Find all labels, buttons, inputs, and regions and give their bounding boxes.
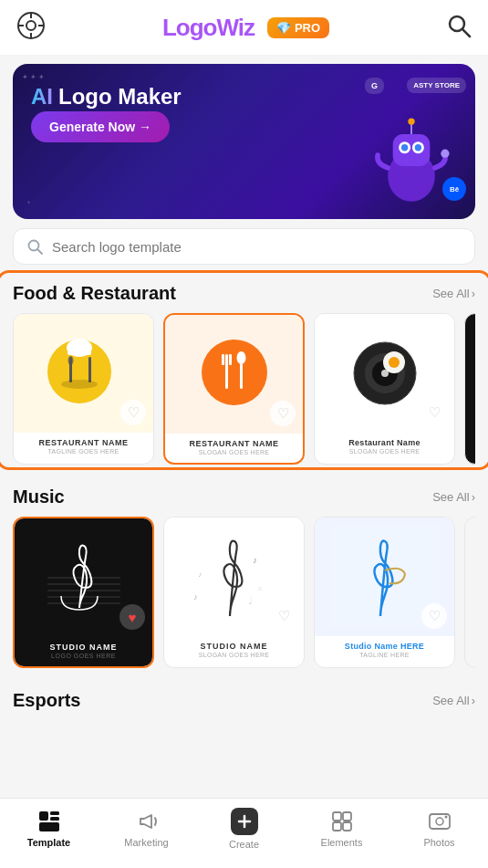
- food-card-2[interactable]: ♡ RESTAURANT NAME SLOGAN GOES HERE: [163, 313, 305, 465]
- search-bar[interactable]: [13, 228, 475, 265]
- settings-icon[interactable]: [16, 11, 46, 44]
- food-card-3-info: Restaurant Name SLOGAN GOES HERE: [315, 433, 454, 462]
- music-card-1[interactable]: ♥ STUDIO NAME LOGO GOES HERE: [13, 517, 154, 668]
- svg-point-63: [444, 816, 447, 819]
- food-card-1-name: RESTAURANT NAME: [21, 438, 146, 447]
- bottom-navigation: Template Marketing Create Elements: [0, 798, 488, 868]
- music-see-all[interactable]: See All ›: [432, 490, 475, 504]
- svg-text:♩: ♩: [248, 595, 253, 606]
- esports-see-all-label: See All: [432, 694, 469, 707]
- music-card-3-heart[interactable]: ♡: [421, 603, 447, 629]
- music-card-3-info: Studio Name HERE TAGLINE HERE: [315, 636, 454, 665]
- food-card-2-info: RESTAURANT NAME SLOGAN GOES HERE: [165, 434, 303, 463]
- food-card-2-heart[interactable]: ♡: [270, 401, 296, 426]
- search-icon[interactable]: [446, 13, 472, 42]
- banner-ai-text: AI: [31, 84, 53, 110]
- music-card-2-info: STUDIO NAME SLOGAN GOES HERE: [164, 636, 304, 665]
- music-card-3-image: ♡: [315, 518, 454, 636]
- template-icon: [37, 810, 61, 833]
- svg-point-25: [61, 380, 98, 389]
- esports-chevron-icon: ›: [472, 694, 475, 707]
- svg-rect-54: [39, 822, 59, 831]
- pro-gem-icon: 💎: [276, 21, 291, 35]
- music-see-all-label: See All: [432, 490, 469, 504]
- food-card-2-name: RESTAURANT NAME: [172, 439, 296, 448]
- food-card-3[interactable]: ♡ Restaurant Name SLOGAN GOES HERE: [314, 313, 455, 465]
- svg-point-1: [26, 21, 36, 30]
- music-card-1-image: ♥: [15, 518, 152, 637]
- nav-create[interactable]: Create: [217, 808, 272, 850]
- svg-rect-21: [67, 348, 91, 355]
- music-card-4-peek[interactable]: [464, 517, 475, 668]
- svg-rect-27: [225, 354, 228, 389]
- svg-line-7: [462, 29, 470, 37]
- logo-purple: Wiz: [216, 14, 254, 41]
- create-icon: [231, 808, 258, 835]
- svg-rect-30: [240, 363, 243, 389]
- svg-point-37: [389, 357, 400, 368]
- svg-point-12: [401, 144, 408, 151]
- esports-section: Esports See All ›: [0, 681, 488, 711]
- music-section-title: Music: [13, 486, 65, 507]
- generate-now-button[interactable]: Generate Now →: [31, 111, 170, 142]
- music-chevron-icon: ›: [472, 490, 475, 504]
- nav-template[interactable]: Template: [22, 810, 77, 848]
- svg-point-13: [415, 144, 421, 151]
- music-section-header: Music See All ›: [13, 486, 475, 507]
- svg-point-24: [67, 356, 73, 365]
- food-card-3-image: ♡: [315, 314, 454, 433]
- search-input[interactable]: [52, 239, 462, 255]
- nav-elements[interactable]: Elements: [315, 810, 369, 848]
- food-see-all[interactable]: See All ›: [432, 287, 475, 300]
- food-card-1-image: ♡: [14, 314, 153, 433]
- svg-rect-59: [333, 822, 341, 831]
- food-card-2-tagline: SLOGAN GOES HERE: [172, 449, 296, 455]
- svg-point-26: [202, 340, 267, 405]
- logo-black: Logo: [162, 14, 217, 41]
- header: LogoWiz 💎 PRO: [0, 0, 488, 55]
- svg-point-62: [436, 818, 443, 825]
- pro-badge[interactable]: 💎 PRO: [267, 17, 329, 38]
- svg-rect-52: [50, 811, 59, 815]
- svg-point-16: [441, 150, 449, 158]
- chevron-right-icon: ›: [472, 287, 475, 300]
- banner-robot-illustration: G ASTY STORE Bē: [338, 73, 466, 210]
- ai-banner: ✦ ✦ ✦ ✦ AI Logo Maker Generate Now → G A…: [13, 64, 475, 219]
- music-section: Music See All ›: [0, 477, 488, 677]
- svg-rect-51: [39, 811, 48, 821]
- food-card-4-peek[interactable]: [464, 313, 475, 465]
- food-card-1-heart[interactable]: ♡: [120, 400, 146, 425]
- food-card-3-tagline: SLOGAN GOES HERE: [322, 448, 447, 455]
- nav-marketing[interactable]: Marketing: [119, 810, 174, 848]
- marketing-icon: [135, 810, 159, 833]
- svg-rect-28: [222, 354, 224, 365]
- music-card-2-heart[interactable]: ♡: [271, 603, 296, 629]
- nav-create-label: Create: [229, 839, 259, 850]
- food-restaurant-section: Food & Restaurant See All ›: [0, 274, 488, 474]
- svg-text:♫: ♫: [257, 585, 262, 591]
- generate-btn-label: Generate Now →: [49, 120, 151, 134]
- food-card-1[interactable]: ♡ RESTAURANT NAME TAGLINE GOES HERE: [13, 313, 154, 465]
- svg-rect-58: [343, 812, 351, 821]
- svg-point-15: [408, 118, 414, 124]
- music-card-1-heart[interactable]: ♥: [119, 604, 145, 630]
- esports-see-all[interactable]: See All ›: [432, 694, 475, 707]
- food-card-2-image: ♡: [165, 315, 303, 434]
- esports-section-header: Esports See All ›: [13, 690, 475, 711]
- svg-text:♪: ♪: [253, 555, 257, 565]
- music-card-1-name: STUDIO NAME: [22, 643, 145, 652]
- food-section-header: Food & Restaurant See All ›: [13, 283, 475, 304]
- music-card-3[interactable]: ♡ Studio Name HERE TAGLINE HERE: [314, 517, 455, 668]
- svg-text:♪: ♪: [198, 570, 202, 579]
- nav-photos[interactable]: Photos: [412, 810, 467, 848]
- nav-marketing-label: Marketing: [124, 837, 168, 848]
- food-card-3-heart[interactable]: ♡: [421, 400, 447, 425]
- music-card-2[interactable]: ♪ ♪ ♫ ♪ ♩ ♡ STUDIO NAME SLOGAN GOES HERE: [163, 517, 305, 668]
- food-cards-row: ♡ RESTAURANT NAME TAGLINE GOES HERE: [13, 313, 475, 474]
- header-center: LogoWiz 💎 PRO: [162, 14, 329, 42]
- banner-title-text: Logo Maker: [58, 84, 182, 110]
- nav-photos-label: Photos: [423, 837, 454, 848]
- food-card-1-tagline: TAGLINE GOES HERE: [21, 448, 146, 455]
- elements-icon: [330, 810, 354, 833]
- music-card-1-tagline: LOGO GOES HERE: [22, 653, 145, 659]
